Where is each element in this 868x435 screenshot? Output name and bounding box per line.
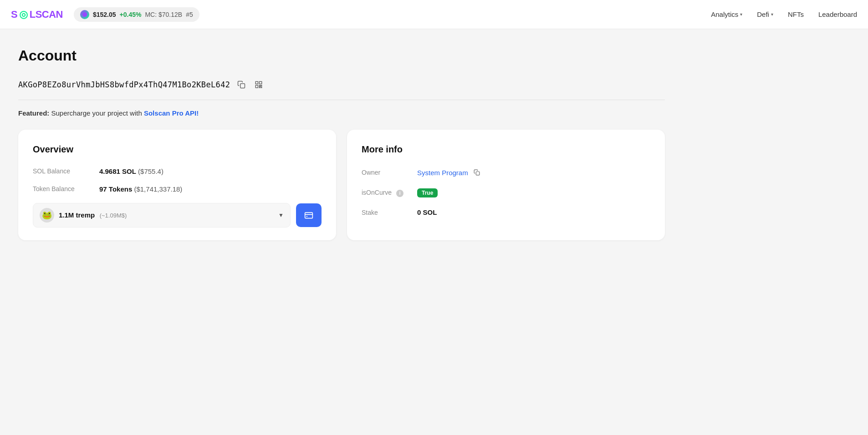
main-content: Account AKGoP8EZo8urVhmJbHS8bwfdPx4ThQ47… [0,29,683,258]
token-icon: 🐸 [40,208,54,223]
cards-row: Overview SOL Balance 4.9681 SOL ($755.4)… [18,130,665,240]
main-nav: Analytics ▾ Defi ▾ NFTs Leaderboard [711,10,857,18]
token-approx: (~1.09M$) [100,212,127,219]
owner-link[interactable]: System Program [417,169,468,177]
address-text: AKGoP8EZo8urVhmJbHS8bwfdPx4ThQ47M1Bo2KBe… [18,80,230,89]
isoncurve-label: isOnCurve i [362,189,412,197]
token-balance-value: 97 Tokens ($1,741,337.18) [99,185,182,193]
token-info: 1.1M tremp (~1.09M$) [59,211,127,219]
svg-rect-8 [261,87,262,88]
svg-rect-4 [256,86,258,88]
token-selector[interactable]: 🐸 1.1M tremp (~1.09M$) ▼ [33,203,291,228]
token-wallet-button[interactable] [296,203,322,227]
owner-value: System Program [417,167,482,177]
isoncurve-info-icon[interactable]: i [396,190,403,197]
svg-rect-7 [260,87,260,88]
token-name: 1.1M tremp [59,211,95,219]
owner-row: Owner System Program [362,167,650,177]
sol-balance-row: SOL Balance 4.9681 SOL ($755.4) [33,167,322,175]
stake-row: Stake 0 SOL [362,208,650,216]
logo[interactable]: S ◎ LSCAN [11,9,63,20]
more-info-card: More info Owner System Program [347,130,665,240]
nav-defi[interactable]: Defi ▾ [757,10,773,18]
isoncurve-row: isOnCurve i True [362,188,650,197]
defi-dropdown-arrow: ▾ [771,12,773,17]
more-info-title: More info [362,144,650,155]
sol-rank: #5 [186,11,193,18]
token-dropdown-arrow: ▼ [278,212,284,218]
copy-owner-button[interactable] [472,167,482,177]
stake-value: 0 SOL [417,208,437,216]
svg-rect-9 [305,212,313,218]
featured-bar: Featured: Supercharge your project with … [18,109,665,117]
featured-text: Supercharge your project with [51,109,144,117]
featured-label: Featured: [18,109,49,117]
svg-rect-3 [260,81,262,84]
nav-leaderboard[interactable]: Leaderboard [818,10,857,18]
page-title: Account [18,47,665,64]
sol-balance-label: SOL Balance [33,167,92,175]
nav-nfts[interactable]: NFTs [788,10,804,18]
sol-price-pill[interactable]: $152.05 +0.45% MC: $70.12B #5 [74,7,199,22]
sol-icon [80,10,89,19]
stake-label: Stake [362,209,412,216]
sol-price: $152.05 [93,11,116,18]
overview-card: Overview SOL Balance 4.9681 SOL ($755.4)… [18,130,336,240]
svg-point-0 [82,12,87,17]
address-row: AKGoP8EZo8urVhmJbHS8bwfdPx4ThQ47M1Bo2KBe… [18,79,665,100]
svg-rect-6 [261,86,262,86]
copy-address-button[interactable] [235,79,247,91]
sol-mc: MC: $70.12B [145,11,182,18]
token-balance-row: Token Balance 97 Tokens ($1,741,337.18) [33,185,322,193]
svg-rect-5 [260,86,260,86]
isoncurve-value: True [417,188,438,197]
sol-balance-value: 4.9681 SOL ($755.4) [99,167,163,175]
svg-rect-1 [240,84,245,88]
nav-analytics[interactable]: Analytics ▾ [711,10,742,18]
token-selector-row: 🐸 1.1M tremp (~1.09M$) ▼ [33,203,322,228]
overview-title: Overview [33,144,322,155]
isoncurve-badge: True [417,188,438,197]
svg-rect-10 [476,172,480,175]
owner-label: Owner [362,169,412,176]
svg-rect-2 [256,81,258,84]
header: S ◎ LSCAN $152.05 +0.45% MC: $70.12B #5 [0,0,868,29]
token-balance-label: Token Balance [33,185,92,192]
sol-change: +0.45% [120,11,142,18]
featured-api-link[interactable]: Solscan Pro API! [144,109,199,117]
qr-code-button[interactable] [253,79,265,91]
analytics-dropdown-arrow: ▾ [740,12,742,17]
